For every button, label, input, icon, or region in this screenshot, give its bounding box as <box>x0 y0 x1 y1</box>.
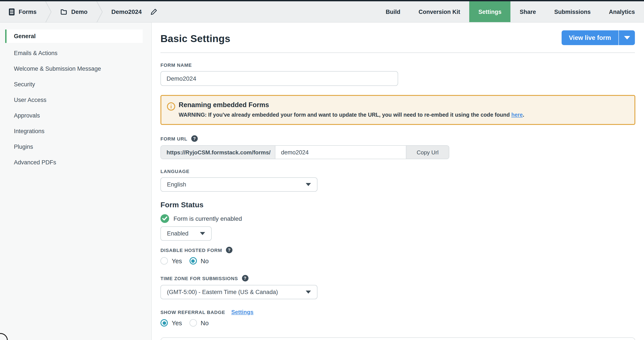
forms-icon <box>9 8 15 16</box>
sidebar-item-integrations[interactable]: Integrations <box>0 123 151 139</box>
breadcrumb-forms-label: Forms <box>19 8 37 15</box>
form-status-heading: Form Status <box>160 201 635 210</box>
breadcrumb-form-label: Demo2024 <box>112 8 142 15</box>
nav-tab-conversion-kit[interactable]: Conversion Kit <box>410 1 469 22</box>
check-circle-icon <box>160 214 169 223</box>
form-url-label: FORM URL ? <box>160 135 635 142</box>
chevron-down-icon <box>200 232 205 235</box>
form-url-group: https://RyjoCSM.formstack.com/forms/ Cop… <box>160 145 449 159</box>
sidebar-item-general[interactable]: General <box>5 30 143 43</box>
sidebar-item-security[interactable]: Security <box>0 76 151 92</box>
main-header-row: Basic Settings View live form <box>160 22 635 52</box>
referral-badge-label-row: SHOW REFERRAL BADGE Settings <box>160 309 635 315</box>
help-icon[interactable]: ? <box>226 247 232 253</box>
radio-label-yes[interactable]: Yes <box>172 258 182 264</box>
breadcrumb: Forms Demo Demo2024 <box>0 1 158 22</box>
timezone-selected-value: (GMT-5:00) - Eastern Time (US & Canada) <box>167 289 278 295</box>
nav-tab-submissions[interactable]: Submissions <box>545 1 600 22</box>
warning-title: Renaming embedded Forms <box>179 101 628 109</box>
folder-icon <box>60 8 68 15</box>
radio-label-no[interactable]: No <box>200 320 208 326</box>
radio-yes[interactable] <box>160 257 168 264</box>
language-select[interactable]: English <box>160 177 318 192</box>
form-status-selected-value: Enabled <box>167 230 188 237</box>
main-content: Basic Settings View live form FORM NAME … <box>152 22 644 340</box>
form-status-text: Form is currently enabled <box>174 215 242 222</box>
chevron-down-icon <box>306 290 311 294</box>
help-icon[interactable]: ? <box>191 135 198 142</box>
language-selected-value: English <box>167 181 186 188</box>
form-name-label: FORM NAME <box>160 62 635 68</box>
disable-hosted-form-radio-group: YesNo <box>160 257 635 264</box>
app-window: Forms Demo Demo2024 BuildConversion <box>0 0 644 340</box>
language-label: LANGUAGE <box>160 169 635 174</box>
referral-badge-radio-group: YesNo <box>160 319 635 326</box>
timezone-select[interactable]: (GMT-5:00) - Eastern Time (US & Canada) <box>160 285 318 299</box>
sidebar-item-user-access[interactable]: User Access <box>0 92 151 108</box>
nav-tab-share[interactable]: Share <box>511 1 545 22</box>
settings-sidebar: GeneralEmails & ActionsWelcome & Submiss… <box>0 22 152 340</box>
view-live-form-dropdown[interactable] <box>618 30 635 45</box>
advanced-settings-card: Advanced Settings <box>160 338 635 340</box>
sidebar-item-emails-actions[interactable]: Emails & Actions <box>0 45 151 61</box>
form-url-prefix: https://RyjoCSM.formstack.com/forms/ <box>161 146 276 159</box>
chevron-down-icon <box>306 183 311 186</box>
warning-body: WARNING: If you've already embedded your… <box>179 112 628 118</box>
browser-top-strip <box>0 0 644 1</box>
nav-tab-analytics[interactable]: Analytics <box>600 1 644 22</box>
here-link[interactable]: here <box>511 112 523 118</box>
view-live-form-label[interactable]: View live form <box>562 30 619 45</box>
form-status-select[interactable]: Enabled <box>160 226 212 241</box>
radio-label-no[interactable]: No <box>200 258 208 264</box>
info-icon: i <box>167 102 175 110</box>
copy-url-button[interactable]: Copy Url <box>406 146 449 159</box>
breadcrumb-separator <box>96 1 103 22</box>
nav-tab-build[interactable]: Build <box>377 1 410 22</box>
breadcrumb-folder[interactable]: Demo <box>60 8 88 15</box>
form-url-slug-input[interactable] <box>276 146 406 159</box>
radio-yes[interactable] <box>160 319 168 326</box>
sidebar-item-plugins[interactable]: Plugins <box>0 139 151 154</box>
radio-label-yes[interactable]: Yes <box>172 320 182 326</box>
warning-banner: i Renaming embedded Forms WARNING: If yo… <box>160 95 635 125</box>
timezone-label: TIME ZONE FOR SUBMISSIONS ? <box>160 275 635 282</box>
top-header: Forms Demo Demo2024 BuildConversion <box>0 1 644 22</box>
radio-no[interactable] <box>189 257 197 264</box>
chevron-down-icon <box>624 36 630 40</box>
sidebar-item-welcome-submission-message[interactable]: Welcome & Submission Message <box>0 61 151 76</box>
disable-hosted-form-label: DISABLE HOSTED FORM ? <box>160 247 635 253</box>
sidebar-item-approvals[interactable]: Approvals <box>0 108 151 123</box>
form-name-input[interactable] <box>160 71 398 86</box>
view-live-form-button[interactable]: View live form <box>562 30 635 45</box>
form-status-row: Form is currently enabled <box>160 214 635 223</box>
help-icon[interactable]: ? <box>242 275 248 282</box>
nav-tab-settings[interactable]: Settings <box>469 1 511 22</box>
referral-badge-settings-link[interactable]: Settings <box>231 309 254 315</box>
breadcrumb-forms[interactable]: Forms <box>9 8 37 16</box>
sidebar-item-advanced-pdfs[interactable]: Advanced PDFs <box>0 154 151 170</box>
breadcrumb-form-name: Demo2024 <box>112 8 158 15</box>
edit-pencil-icon[interactable] <box>150 8 158 15</box>
radio-no[interactable] <box>189 319 197 326</box>
top-nav: BuildConversion KitSettingsShareSubmissi… <box>377 1 644 22</box>
breadcrumb-separator <box>45 1 52 22</box>
breadcrumb-folder-label: Demo <box>71 8 88 15</box>
title-divider <box>160 52 635 53</box>
